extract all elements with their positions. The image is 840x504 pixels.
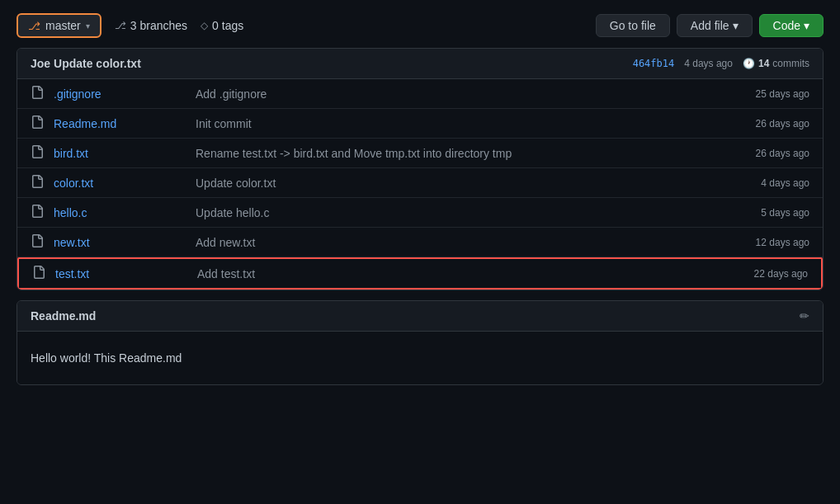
file-time: 25 days ago bbox=[735, 88, 809, 100]
go-to-file-button[interactable]: Go to file bbox=[596, 14, 670, 37]
file-commit-msg: Update hello.c bbox=[196, 206, 725, 219]
file-name[interactable]: hello.c bbox=[54, 206, 186, 219]
file-icon bbox=[31, 234, 44, 250]
file-commit-msg: Add test.txt bbox=[197, 267, 724, 280]
file-time: 22 days ago bbox=[734, 268, 808, 280]
code-button[interactable]: Code ▾ bbox=[759, 14, 823, 37]
chevron-down-icon: ▾ bbox=[804, 19, 809, 32]
commit-row: Joe Update color.txt 464fb14 4 days ago … bbox=[17, 49, 823, 79]
top-bar: ⎇ master ▾ ⎇ 3 branches ◇ 0 tags Go to f… bbox=[17, 13, 823, 38]
tags-count: 0 tags bbox=[212, 19, 243, 32]
branches-count: 3 branches bbox=[130, 19, 187, 32]
commit-hash[interactable]: 464fb14 bbox=[633, 58, 675, 69]
file-icon bbox=[31, 205, 44, 220]
table-row: new.txt Add new.txt 12 days ago bbox=[17, 228, 823, 257]
file-time: 4 days ago bbox=[735, 177, 809, 189]
table-row: hello.c Update hello.c 5 days ago bbox=[17, 198, 823, 228]
tags-link[interactable]: ◇ 0 tags bbox=[201, 19, 243, 32]
file-commit-msg: Init commit bbox=[196, 117, 725, 130]
file-icon bbox=[31, 115, 44, 131]
branch-icon: ⎇ bbox=[28, 20, 40, 32]
file-name[interactable]: test.txt bbox=[55, 267, 187, 280]
table-row: .gitignore Add .gitignore 25 days ago bbox=[17, 79, 823, 109]
add-file-button[interactable]: Add file ▾ bbox=[677, 14, 753, 37]
readme-panel: Readme.md ✏ Hello world! This Readme.md bbox=[17, 300, 823, 385]
file-name[interactable]: new.txt bbox=[54, 236, 186, 249]
repo-panel: Joe Update color.txt 464fb14 4 days ago … bbox=[17, 48, 823, 290]
file-time: 12 days ago bbox=[735, 237, 809, 248]
branch-label: master bbox=[45, 19, 81, 32]
file-icon bbox=[31, 175, 44, 191]
file-name[interactable]: bird.txt bbox=[54, 147, 186, 160]
readme-body: Hello world! This Readme.md bbox=[17, 332, 823, 384]
file-name[interactable]: Readme.md bbox=[54, 117, 186, 130]
file-time: 5 days ago bbox=[735, 207, 809, 219]
file-icon bbox=[31, 145, 44, 161]
commit-message: Joe Update color.txt bbox=[31, 57, 141, 70]
branch-count-icon: ⎇ bbox=[115, 20, 126, 31]
commit-right: 464fb14 4 days ago 🕐 14 commits bbox=[633, 58, 809, 69]
file-time: 26 days ago bbox=[735, 118, 809, 130]
file-time: 26 days ago bbox=[735, 148, 809, 159]
chevron-down-icon: ▾ bbox=[733, 19, 739, 32]
top-bar-left: ⎇ master ▾ ⎇ 3 branches ◇ 0 tags bbox=[17, 13, 243, 38]
readme-title: Readme.md bbox=[31, 309, 96, 323]
table-row: color.txt Update color.txt 4 days ago bbox=[17, 168, 823, 198]
branches-link[interactable]: ⎇ 3 branches bbox=[115, 19, 187, 32]
file-name[interactable]: .gitignore bbox=[54, 87, 186, 101]
chevron-down-icon: ▾ bbox=[86, 21, 90, 31]
clock-icon: 🕐 bbox=[743, 58, 755, 69]
file-commit-msg: Rename test.txt -> bird.txt and Move tmp… bbox=[196, 147, 725, 160]
commit-time: 4 days ago bbox=[684, 58, 733, 69]
file-commit-msg: Add .gitignore bbox=[196, 87, 725, 101]
file-name[interactable]: color.txt bbox=[54, 177, 186, 190]
table-row: test.txt Add test.txt 22 days ago bbox=[17, 257, 823, 290]
branch-selector[interactable]: ⎇ master ▾ bbox=[17, 13, 101, 38]
file-commit-msg: Update color.txt bbox=[196, 177, 725, 190]
top-bar-right: Go to file Add file ▾ Code ▾ bbox=[596, 14, 823, 37]
file-icon bbox=[31, 86, 44, 101]
tag-icon: ◇ bbox=[201, 20, 208, 31]
file-list: .gitignore Add .gitignore 25 days ago Re… bbox=[17, 79, 823, 290]
table-row: bird.txt Rename test.txt -> bird.txt and… bbox=[17, 139, 823, 168]
file-icon bbox=[32, 266, 45, 281]
edit-icon[interactable]: ✏ bbox=[800, 309, 809, 323]
readme-header: Readme.md ✏ bbox=[17, 301, 823, 332]
readme-content: Hello world! This Readme.md bbox=[31, 351, 182, 365]
commits-link[interactable]: 🕐 14 commits bbox=[743, 58, 809, 69]
table-row: Readme.md Init commit 26 days ago bbox=[17, 109, 823, 139]
file-commit-msg: Add new.txt bbox=[196, 236, 725, 249]
